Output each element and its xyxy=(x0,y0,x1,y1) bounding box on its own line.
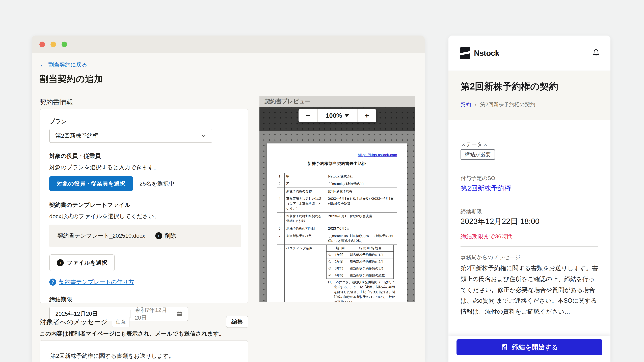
vesting-tier-row: ③3年間割当新株予約権数の3/4 xyxy=(326,265,394,272)
vesting-table: 期 間行使可能割合 ①1年間割当新株予約権数の1/4 ②2年間割当新株予約権数の… xyxy=(326,245,394,279)
office-message-label: 事務局からのメッセージ xyxy=(460,254,520,261)
message-line: 第2回新株予約権に関する書類をお送りします。 xyxy=(50,350,238,361)
office-message-text: 第2回新株予約権に関する書類をお送りします。書類上の氏名および住所をご確認の上、… xyxy=(460,263,599,317)
vesting-row: 8. ベスティング条件 期 間行使可能割合 ①1年間割当新株予約権数の1/4 ②… xyxy=(277,245,397,302)
target-label: 対象の役員・従業員 xyxy=(49,152,238,160)
delete-circle-icon xyxy=(155,232,162,239)
planned-so-link[interactable]: 第2回新株予約権 xyxy=(460,184,511,193)
template-help-link[interactable]: 契約書テンプレートの作り方 xyxy=(49,278,238,286)
preview-title: 契約書プレビュー xyxy=(260,96,415,107)
app-footer: 締結を開始する xyxy=(448,336,610,362)
plan-select[interactable]: 第2回新株予約権 xyxy=(49,129,212,143)
document-page: https://kiqs.nstock.com 新株予約権割当契約書兼申込証 1… xyxy=(267,143,407,302)
vesting-clause: (1) 乙につき、継続役務提供期間（下記(3)に定義する。）が上記「期間」欄記載… xyxy=(328,280,395,302)
plan-select-value: 第2回新株予約権 xyxy=(55,132,98,140)
plus-circle-icon xyxy=(57,259,64,266)
section-divider xyxy=(460,168,598,168)
window-titlebar xyxy=(32,35,425,53)
zoom-level-value: 100% xyxy=(326,112,342,119)
template-help-label: 契約書テンプレートの作り方 xyxy=(59,278,134,286)
back-arrow-icon xyxy=(40,61,46,68)
rights-holder-app: Nstock 第2回新株予約権の契約 契約 › 第2回新株予約権の契約 ステータ… xyxy=(448,35,610,362)
zoom-control: − 100% + xyxy=(298,109,376,122)
app-header: Nstock xyxy=(448,35,610,71)
recipient-message-card: 第2回新株予約権に関する書類をお送りします。 書類上の氏名および住所をご確認の上… xyxy=(40,340,248,362)
table-row: 6.新株予約権の割当日2023年6月5日 xyxy=(277,225,397,232)
contract-form-card: プラン 第2回新株予約権 対象の役員・従業員 対象のプランを選択すると入力できま… xyxy=(40,109,248,303)
section-divider xyxy=(460,201,598,201)
maximize-window-icon[interactable] xyxy=(62,41,67,47)
delete-file-button[interactable]: 削除 xyxy=(155,232,176,240)
select-members-button[interactable]: 対象の役員・従業員を選択 xyxy=(49,176,133,191)
document-title: 新株予約権割当契約書兼申込証 xyxy=(277,161,397,166)
zoom-out-button[interactable]: − xyxy=(298,109,317,122)
table-row: 1.甲Nstock 株式会社 xyxy=(277,173,397,180)
document-url-link[interactable]: https://kiqs.nstock.com xyxy=(277,153,397,157)
minimize-window-icon[interactable] xyxy=(50,41,56,47)
deadline-label: 締結期限 xyxy=(460,208,482,216)
chevron-down-icon xyxy=(201,133,206,138)
start-signing-label: 締結を開始する xyxy=(512,343,558,352)
brand-name: Nstock xyxy=(474,48,499,58)
section-divider xyxy=(460,246,598,247)
notifications-bell-icon[interactable] xyxy=(591,48,601,58)
document-table: 1.甲Nstock 株式会社 2.乙{{nstock_権利者氏名}} 3.新株予… xyxy=(277,173,397,302)
deadline-label: 締結期限 xyxy=(49,296,238,303)
contract-hero: 第2回新株予約権の契約 契約 › 第2回新株予約権の契約 xyxy=(448,71,610,120)
uploaded-file-row: 契約書テンプレート_202510.docx 削除 xyxy=(49,225,241,247)
breadcrumb-current: 第2回新株予約権の契約 xyxy=(480,101,535,108)
delete-file-label: 削除 xyxy=(165,232,176,240)
caret-down-icon xyxy=(345,114,349,117)
start-signing-button[interactable]: 締結を開始する xyxy=(456,339,602,355)
status-badge: 締結が必要 xyxy=(460,149,495,160)
back-link[interactable]: 割当契約に戻る xyxy=(40,61,88,68)
file-name: 契約書テンプレート_202510.docx xyxy=(57,232,145,240)
recipient-message-heading: 対象者へのメッセージ xyxy=(40,317,108,327)
template-file-hint: docx形式のファイルを選択してください。 xyxy=(49,213,238,220)
breadcrumb-chevron-icon: › xyxy=(474,101,476,108)
table-row: 3.新株予約権の名称第1回新株予約権 xyxy=(277,188,397,195)
choose-file-label: ファイルを選択 xyxy=(67,259,107,267)
recipient-message-hint: この内容は権利者マイページにも表示され、メールでも送信されます。 xyxy=(40,330,224,338)
optional-badge: 任意 xyxy=(112,317,130,327)
nstock-logo-icon xyxy=(460,47,470,59)
zoom-in-button[interactable]: + xyxy=(358,109,376,122)
planned-so-label: 付与予定のSO xyxy=(460,175,495,182)
message-line: 書類上の氏名および住所をご確認の上、12月20日までに締結を行ってください。 xyxy=(50,361,238,362)
contract-title: 第2回新株予約権の契約 xyxy=(460,80,598,93)
deadline-value: 2023年12月22日 18:00 xyxy=(460,216,540,227)
table-row: 4.募集事項を決定した決議（以下「本募集決議」という。）2023年6月1日付株主… xyxy=(277,195,397,212)
vesting-tier-row: ②2年間割当新株予約権数の2/4 xyxy=(326,258,394,265)
contract-preview-panel: 契約書プレビュー − 100% + https://kiqs.nstock.co… xyxy=(260,96,415,302)
table-row: 7.割当新株予約権数{{nstock_so_割当個数}}個 （新株予約権1個につ… xyxy=(277,232,397,245)
choose-file-button[interactable]: ファイルを選択 xyxy=(49,254,115,271)
deadline-warning: 締結期限まで36時間 xyxy=(460,233,513,240)
question-circle-icon xyxy=(49,279,56,286)
table-row: 5.本新株予約権割当契約を承認した決議2023年6月1日付取締役会決議 xyxy=(277,212,397,225)
contract-info-heading: 契約書情報 xyxy=(40,97,73,107)
admin-window: 割当契約に戻る 割当契約の追加 契約書情報 プラン 第2回新株予約権 対象の役員… xyxy=(32,35,425,362)
breadcrumb: 契約 › 第2回新株予約権の契約 xyxy=(460,101,598,108)
vesting-tier-row: ④4年間割当新株予約権数の総数 xyxy=(326,272,394,279)
selected-count: 25名を選択中 xyxy=(140,180,174,188)
table-row: 2.乙{{nstock_権利者氏名}} xyxy=(277,180,397,188)
document-check-icon xyxy=(501,344,508,351)
vesting-tier-row: ①1年間割当新株予約権数の1/4 xyxy=(326,252,394,258)
template-file-label: 契約書のテンプレートファイル xyxy=(49,201,238,209)
status-label: ステータス xyxy=(460,141,488,148)
edit-message-button[interactable]: 編集 xyxy=(226,316,248,328)
plan-label: プラン xyxy=(49,118,238,125)
close-window-icon[interactable] xyxy=(40,41,45,47)
page-title: 割当契約の追加 xyxy=(40,73,103,85)
back-link-label: 割当契約に戻る xyxy=(48,61,88,68)
target-hint: 対象のプランを選択すると入力できます。 xyxy=(49,164,238,171)
breadcrumb-contracts-link[interactable]: 契約 xyxy=(460,101,471,108)
zoom-level-dropdown[interactable]: 100% xyxy=(317,109,358,122)
